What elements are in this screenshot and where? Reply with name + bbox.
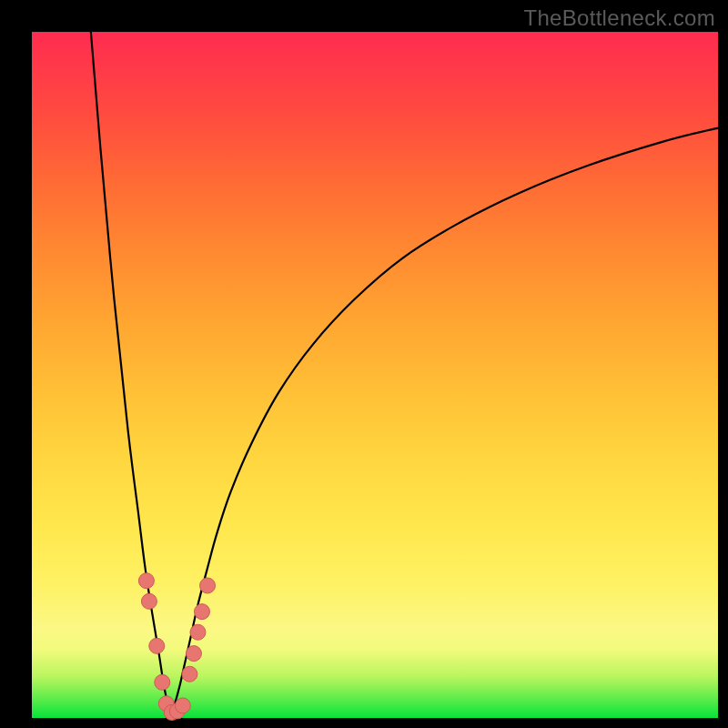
data-marker	[194, 604, 209, 620]
watermark-text: TheBottleneck.com	[523, 5, 715, 31]
data-marker	[190, 624, 206, 640]
data-marker	[141, 593, 157, 609]
bottleneck-curve	[32, 32, 718, 718]
curve-left-branch	[91, 32, 170, 714]
data-marker	[175, 698, 190, 713]
data-marker	[155, 674, 170, 690]
data-marker	[138, 573, 154, 589]
curve-right-branch	[170, 128, 718, 715]
data-marker	[200, 578, 216, 593]
plot-area	[32, 32, 718, 718]
data-marker	[149, 638, 165, 653]
data-marker	[182, 666, 197, 682]
chart-frame: TheBottleneck.com	[0, 0, 728, 728]
data-marker	[186, 646, 201, 662]
